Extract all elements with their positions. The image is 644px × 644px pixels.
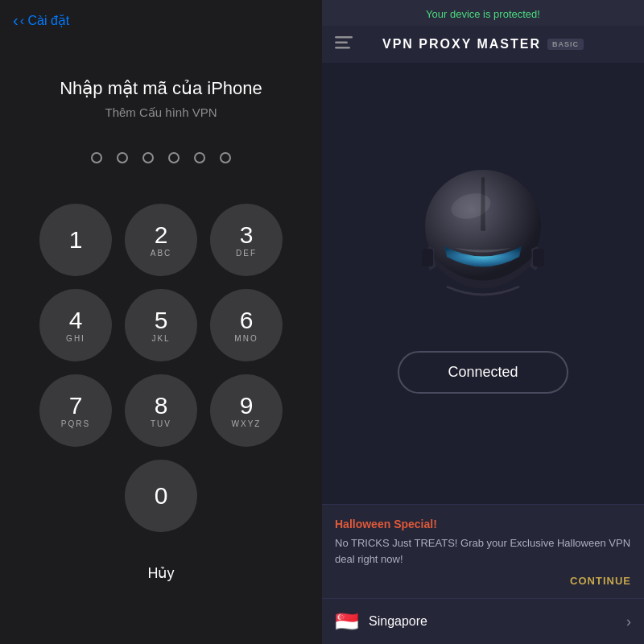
connected-button[interactable]: Connected — [398, 351, 568, 394]
empty-left — [39, 460, 112, 532]
server-name: Singapore — [369, 614, 617, 629]
key-0[interactable]: 0 — [125, 460, 197, 532]
vpn-title: VPN PROXY MASTER — [382, 37, 541, 52]
vpn-badge: BASIC — [547, 39, 584, 50]
halloween-title: Halloween Special! — [335, 518, 631, 530]
key-9[interactable]: 9 WXYZ — [210, 374, 283, 447]
key-3[interactable]: 3 DEF — [210, 204, 283, 276]
svg-rect-0 — [335, 36, 353, 39]
back-button[interactable]: ‹ ‹ Cài đặt — [13, 11, 69, 30]
protected-banner: Your device is protected! — [322, 0, 644, 26]
helmet-illustration — [402, 158, 564, 319]
vpn-header: VPN PROXY MASTER BASIC — [322, 26, 644, 63]
back-chevron-icon: ‹ — [13, 11, 19, 30]
menu-icon[interactable] — [335, 36, 353, 53]
chevron-right-icon: › — [626, 613, 631, 630]
left-panel: ‹ ‹ Cài đặt Nhập mật mã của iPhone Thêm … — [0, 0, 322, 644]
passcode-subtitle: Thêm Cấu hình VPN — [105, 105, 217, 120]
flag-icon: 🇸🇬 — [335, 610, 359, 633]
back-label: ‹ Cài đặt — [20, 13, 70, 28]
halloween-text: No TRICKS Just TREATS! Grab your Exclusi… — [335, 535, 631, 567]
numpad: 1 2 ABC 3 DEF 4 GHI 5 JKL 6 MNO — [39, 204, 283, 532]
dot-6 — [220, 152, 231, 163]
dot-4 — [168, 152, 180, 163]
server-row[interactable]: 🇸🇬 Singapore › — [322, 598, 644, 644]
svg-rect-5 — [422, 249, 433, 266]
dot-2 — [117, 152, 128, 163]
passcode-title: Nhập mật mã của iPhone — [60, 78, 262, 99]
key-7[interactable]: 7 PQRS — [39, 374, 112, 447]
right-panel: Your device is protected! VPN PROXY MAST… — [322, 0, 644, 644]
halloween-banner: Halloween Special! No TRICKS Just TREATS… — [322, 504, 644, 598]
key-2[interactable]: 2 ABC — [125, 204, 197, 276]
svg-rect-2 — [335, 47, 350, 49]
protected-text: Your device is protected! — [426, 8, 540, 20]
key-5[interactable]: 5 JKL — [125, 289, 197, 361]
empty-right — [210, 460, 283, 532]
svg-rect-6 — [533, 249, 544, 266]
dot-3 — [142, 152, 154, 163]
key-1[interactable]: 1 — [39, 204, 112, 276]
key-6[interactable]: 6 MNO — [210, 289, 283, 361]
svg-rect-1 — [335, 41, 348, 43]
dot-1 — [91, 152, 102, 163]
key-4[interactable]: 4 GHI — [39, 289, 112, 361]
vpn-main-content: Connected — [322, 63, 644, 504]
passcode-dots — [91, 152, 231, 163]
cancel-button[interactable]: Hủy — [148, 564, 175, 582]
key-8[interactable]: 8 TUV — [125, 374, 197, 447]
halloween-continue[interactable]: CONTINUE — [335, 575, 631, 587]
ios-nav-bar: ‹ ‹ Cài đặt — [0, 0, 322, 30]
dot-5 — [194, 152, 205, 163]
